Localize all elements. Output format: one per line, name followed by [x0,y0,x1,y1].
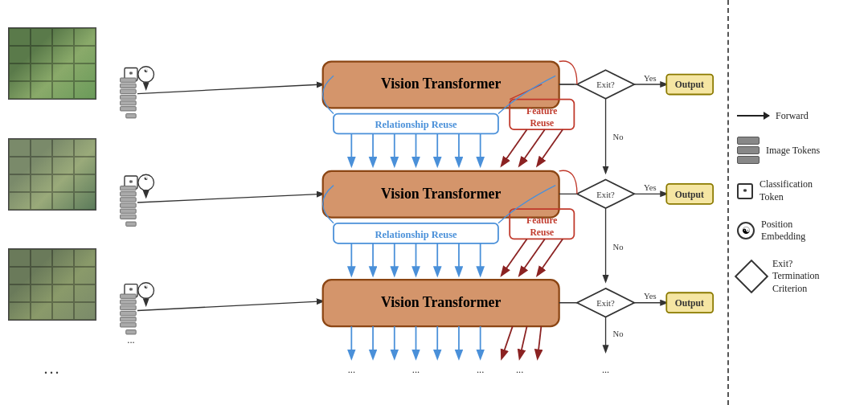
image-tokens-icon [737,137,760,164]
input-image-3 [8,248,96,321]
svg-text:☯: ☯ [144,68,148,73]
svg-text:...: ... [412,364,420,375]
forward-arrow-icon [737,109,769,122]
svg-text:...: ... [602,364,609,375]
svg-text:...: ... [348,364,355,375]
svg-text:Yes: Yes [644,291,657,301]
svg-text:...: ... [477,364,484,375]
svg-rect-9 [121,101,137,105]
svg-text:Vision Transformer: Vision Transformer [381,76,502,92]
svg-line-12 [137,84,323,94]
svg-rect-46 [121,186,137,190]
svg-text:Exit?: Exit? [596,190,615,199]
svg-rect-89 [121,317,137,321]
legend-exit: Exit?TerminationCriterion [737,258,860,296]
svg-text:Output: Output [675,80,704,90]
svg-text:Feature: Feature [526,106,557,117]
svg-text:*: * [129,178,133,187]
svg-text:Relationship Reuse: Relationship Reuse [375,229,457,240]
svg-text:...: ... [516,364,523,375]
svg-rect-8 [121,95,137,99]
svg-text:Output: Output [675,298,704,309]
svg-rect-87 [121,305,137,309]
svg-text:Feature: Feature [526,215,557,226]
svg-text:Reuse: Reuse [530,227,554,238]
svg-rect-85 [121,294,137,298]
svg-text:*: * [129,70,133,79]
cls-token-icon: * [737,183,753,199]
svg-rect-90 [121,323,137,327]
svg-text:Vision Transformer: Vision Transformer [381,186,502,202]
svg-line-53 [137,194,323,202]
svg-text:Output: Output [675,190,704,200]
forward-label: Forward [776,110,809,123]
svg-text:Yes: Yes [644,73,657,83]
legend-pos-emb: ☯ PositionEmbedding [737,219,860,243]
input-image-1 [8,27,96,100]
legend-image-tokens: Image Tokens [737,137,860,164]
main-container: ... * ☯ Vision Tra [0,0,868,405]
svg-line-105 [538,326,541,358]
svg-rect-48 [121,198,137,202]
exit-diamond-icon [735,260,768,293]
cls-token-label: ClassificationToken [760,178,813,203]
svg-text:No: No [612,242,623,252]
svg-text:Exit?: Exit? [596,298,615,308]
svg-text:Reuse: Reuse [530,118,554,129]
pos-emb-label: PositionEmbedding [761,219,805,243]
svg-rect-5 [121,78,137,82]
legend-cls-token: * ClassificationToken [737,178,860,203]
svg-text:...: ... [127,334,134,346]
svg-rect-11 [126,114,136,118]
image-column: ... [0,0,104,405]
image-dots: ... [44,359,61,378]
svg-rect-47 [121,192,137,196]
svg-rect-7 [121,89,137,93]
diagram-area: * ☯ Vision Transformer Relationship Reus… [104,0,727,405]
svg-text:Yes: Yes [644,182,657,192]
svg-rect-6 [121,84,137,88]
svg-text:No: No [612,329,623,338]
input-image-2 [8,138,96,211]
svg-rect-88 [121,311,137,315]
svg-text:Exit?: Exit? [596,80,615,89]
legend-column: Forward Image Tokens * ClassificationTok… [727,0,868,405]
legend-forward: Forward [737,109,860,122]
svg-text:*: * [129,286,133,295]
svg-line-104 [520,326,527,358]
svg-rect-49 [121,203,137,207]
svg-line-93 [137,301,323,311]
svg-text:☯: ☯ [144,175,148,181]
svg-rect-51 [121,215,137,219]
svg-rect-52 [126,222,136,226]
pos-emb-icon: ☯ [737,222,755,239]
svg-text:Vision Transformer: Vision Transformer [381,294,502,310]
svg-text:Relationship Reuse: Relationship Reuse [375,119,457,130]
svg-text:☯: ☯ [144,284,148,289]
svg-text:No: No [612,133,623,142]
svg-line-103 [502,326,512,358]
svg-rect-86 [121,300,137,304]
image-tokens-label: Image Tokens [766,145,820,158]
svg-rect-50 [121,209,137,213]
exit-label: Exit?TerminationCriterion [772,258,819,296]
svg-rect-10 [121,107,137,111]
